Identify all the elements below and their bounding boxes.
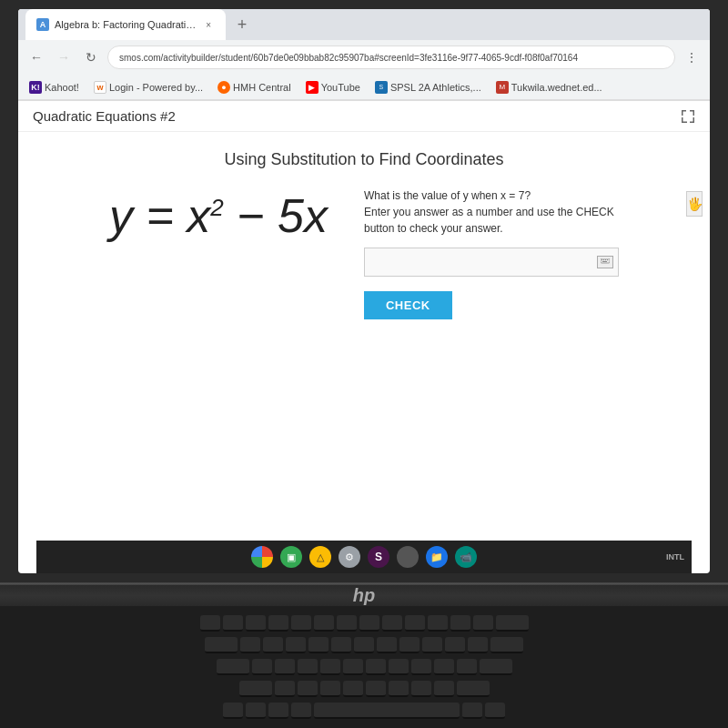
keyboard-row-1 [200,615,529,632]
key-enter[interactable] [490,637,523,653]
key-ctrl-right[interactable] [485,703,505,719]
forward-button[interactable]: → [53,46,75,68]
key-ctrl[interactable] [223,703,243,719]
key[interactable] [450,615,470,632]
key[interactable] [291,615,311,632]
key[interactable] [337,615,357,632]
key[interactable] [411,681,431,697]
key-win[interactable] [268,703,288,719]
bookmark-login[interactable]: w Login - Powered by... [90,79,207,96]
instruction-line2: Enter you answer as a number and use the… [364,206,614,218]
key[interactable] [275,681,295,697]
key-space[interactable] [314,703,460,719]
key[interactable] [366,659,386,675]
taskbar-meet[interactable]: 📹 [455,546,477,568]
key[interactable] [434,681,454,697]
taskbar-s[interactable]: S [368,546,389,568]
key[interactable] [399,637,420,653]
taskbar-settings[interactable]: ⚙ [339,546,360,568]
new-tab-button[interactable]: + [229,12,255,37]
key-tab[interactable] [205,637,238,653]
key-alt[interactable] [291,703,311,719]
key[interactable] [223,615,243,632]
taskbar-files[interactable]: 📁 [426,546,448,568]
taskbar-apps[interactable]: ▣ [280,546,302,568]
page-title: Quadratic Equations #2 [33,108,176,124]
key[interactable] [366,681,386,697]
key[interactable] [377,637,397,653]
answer-input[interactable] [364,248,619,277]
key[interactable] [286,637,306,653]
wyzant-icon: w [94,81,106,94]
key[interactable] [298,659,318,675]
eq-x-squared: x2 [187,189,223,242]
key-fn[interactable] [246,703,266,719]
refresh-button[interactable]: ↻ [80,46,102,68]
key-enter2[interactable] [480,659,512,675]
fullscreen-button[interactable] [681,109,695,124]
key-alt-gr[interactable] [462,703,482,719]
youtube-icon: ▶ [306,81,318,94]
key[interactable] [320,681,340,697]
key[interactable] [275,659,295,675]
key[interactable] [268,615,288,632]
key-shift-right[interactable] [457,681,490,697]
bookmark-youtube[interactable]: ▶ YouTube [302,79,364,96]
tab-close-button[interactable]: × [202,18,215,31]
key[interactable] [354,637,374,653]
tab-favicon: A [36,18,49,31]
key[interactable] [200,615,220,632]
address-bar[interactable]: smos.com/activitybuilder/student/60b7de0… [107,46,675,69]
key[interactable] [343,659,363,675]
page-header: Quadratic Equations #2 [18,101,710,132]
screen-area: A Algebra b: Factoring Quadratic E × + ←… [18,9,710,573]
key[interactable] [434,659,454,675]
key[interactable] [246,615,266,632]
key[interactable] [389,681,409,697]
key[interactable] [320,659,340,675]
bookmark-tukwila[interactable]: M Tukwila.wednet.ed... [492,79,606,96]
svg-rect-5 [602,261,607,262]
key[interactable] [343,681,363,697]
key[interactable] [263,637,283,653]
key[interactable] [457,659,477,675]
instruction-text: What is the value of y when x = 7? Enter… [364,187,619,237]
page-content: Quadratic Equations #2 Using Substitutio… [18,101,710,338]
key[interactable] [405,615,425,632]
key-caps[interactable] [217,659,249,675]
key[interactable] [252,659,272,675]
key-backspace[interactable] [496,615,529,632]
key[interactable] [314,615,334,632]
key[interactable] [382,615,402,632]
taskbar-circle[interactable] [397,546,419,568]
key-shift-left[interactable] [239,681,272,697]
key[interactable] [411,659,431,675]
taskbar-chrome[interactable] [251,546,273,568]
key[interactable] [331,637,351,653]
check-button[interactable]: CHECK [364,291,452,319]
back-button[interactable]: ← [25,46,47,68]
key[interactable] [298,681,318,697]
instruction-line1: What is the value of y when x = 7? [364,189,531,202]
taskbar-drive[interactable]: △ [309,546,331,568]
laptop-bottom: hp [0,582,728,728]
key[interactable] [428,615,448,632]
key[interactable] [473,615,493,632]
key[interactable] [389,659,409,675]
activity-title: Using Substitution to Find Coordinates [224,150,503,169]
key[interactable] [445,637,465,653]
active-tab[interactable]: A Algebra b: Factoring Quadratic E × [25,9,226,40]
bookmark-kahoot[interactable]: K! Kahoot! [25,79,83,96]
bookmark-spsl[interactable]: S SPSL 2A Athletics,... [371,79,485,96]
content-row: y = x2 − 5x What is the value of y when … [109,187,619,319]
bookmark-hmh[interactable]: ● HMH Central [214,79,295,96]
side-indicators: 🖐 [686,191,703,217]
key[interactable] [308,637,329,653]
key[interactable] [359,615,379,632]
keyboard-icon [597,256,613,268]
key[interactable] [422,637,442,653]
key[interactable] [240,637,260,653]
svg-rect-4 [607,259,608,260]
extensions-button[interactable]: ⋮ [681,46,703,68]
key[interactable] [468,637,488,653]
